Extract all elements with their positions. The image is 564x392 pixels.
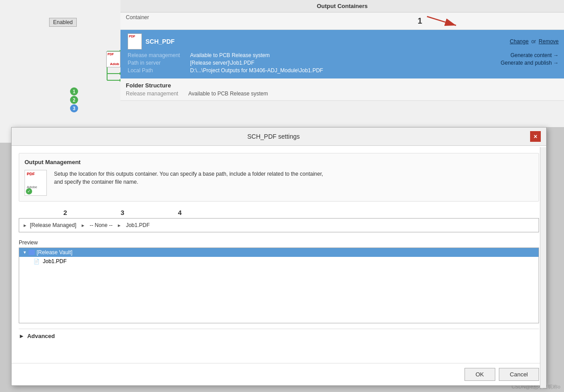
path-arrow-2: ► [81, 223, 85, 228]
path-num-3: 3 [120, 209, 124, 216]
output-containers-header: Output Containers [120, 0, 564, 12]
change-link[interactable]: Change [510, 38, 529, 45]
enabled-button[interactable]: Enabled [49, 18, 77, 27]
or-separator: or [531, 38, 536, 45]
path-segment-2[interactable]: -- None -- [90, 222, 112, 228]
folder-rel-mgmt-value: Available to PCB Release system [188, 91, 268, 97]
local-path-value: D:\...\Project Outputs for M3406-ADJ_Mod… [190, 67, 323, 74]
modal-title: SCH_PDF settings [17, 133, 530, 140]
num-circle-3: 3 [70, 104, 78, 112]
output-management-title: Output Management [25, 159, 533, 165]
preview-label: Preview [19, 239, 539, 246]
preview-section: Preview ▼ [Release Vault] 📄 Job1.PDF [19, 239, 539, 323]
output-mgmt-desc-line1: Setup the location for this outputs cont… [54, 170, 323, 178]
sch-pdf-row: PDF SCH_PDF Change or Remove Release man… [120, 30, 564, 78]
path-in-server-label: Path in server [128, 60, 190, 66]
preview-tree: ▼ [Release Vault] 📄 Job1.PDF [19, 248, 539, 323]
tree-toggle-vault: ▼ [23, 250, 27, 255]
modal-close-button[interactable]: × [530, 131, 541, 142]
modal-titlebar: SCH_PDF settings × [12, 128, 546, 146]
tree-item-vault-label: [Release Vault] [37, 249, 73, 256]
path-num-2: 2 [63, 209, 67, 216]
pdf-icon-large: PDF Adobe ✓ [25, 170, 47, 196]
annotation-arrow [425, 14, 460, 28]
release-management-row: Release management Available to PCB Rele… [128, 52, 559, 58]
path-segment-1[interactable]: [Release Managed] [30, 222, 76, 228]
path-in-server-row: Path in server [Release server]\Job1.PDF… [128, 60, 559, 66]
path-num-4: 4 [178, 209, 182, 216]
path-selector: ► [Release Managed] ► -- None -- ► Job1.… [19, 218, 539, 232]
output-management-section: Output Management PDF Adobe ✓ Setup the … [19, 153, 539, 202]
tree-item-job1-pdf[interactable]: 📄 Job1.PDF [19, 257, 539, 266]
advanced-arrow: ► [19, 333, 25, 339]
generate-content-link[interactable]: Generate content → [510, 52, 559, 58]
left-sidebar: Enabled PDF Adob 1 2 3 [0, 0, 120, 143]
sch-pdf-icon: PDF [128, 33, 142, 50]
sch-pdf-title: SCH_PDF [145, 38, 174, 45]
modal-dialog: SCH_PDF settings × Output Management PDF… [11, 127, 547, 386]
path-in-server-value: [Release server]\Job1.PDF [190, 60, 254, 66]
num-circle-2: 2 [70, 96, 78, 104]
advanced-toggle[interactable]: ► Advanced [19, 333, 539, 339]
cancel-button[interactable]: Cancel [499, 368, 539, 381]
ok-button[interactable]: OK [464, 368, 495, 381]
folder-release-mgmt-row: Release management Available to PCB Rele… [126, 91, 559, 97]
local-path-row: Local Path D:\...\Project Outputs for M3… [128, 67, 559, 74]
advanced-label: Advanced [27, 333, 55, 339]
num-circle-1: 1 [70, 87, 78, 95]
advanced-section: ► Advanced [19, 329, 539, 339]
pdf-file-icon: 📄 [33, 259, 40, 264]
folder-structure-section: Folder Structure Release management Avai… [120, 78, 564, 101]
release-mgmt-label: Release management [128, 52, 190, 58]
modal-body: Output Management PDF Adobe ✓ Setup the … [12, 146, 546, 384]
modal-scrollbar[interactable] [540, 147, 546, 388]
output-containers-title: Output Containers [317, 3, 368, 9]
remove-link[interactable]: Remove [539, 38, 559, 45]
path-arrow-3: ► [117, 223, 121, 228]
generate-publish-link[interactable]: Generate and publish → [501, 60, 559, 66]
path-arrow-1: ► [23, 223, 27, 228]
folder-icon-vault [29, 250, 35, 255]
pdf-check-icon: ✓ [26, 188, 32, 194]
folder-rel-mgmt-label: Release management [126, 91, 188, 97]
release-mgmt-value: Available to PCB Release system [190, 52, 270, 58]
svg-line-10 [427, 17, 456, 25]
output-containers-panel: Output Containers Container 1 PDF SCH_PD… [120, 0, 564, 101]
pdf-icon-sidebar: PDF Adob [106, 51, 120, 67]
container-subheader: Container 1 [120, 12, 564, 30]
modal-footer: OK Cancel [12, 363, 546, 385]
folder-structure-title: Folder Structure [126, 82, 559, 89]
path-segment-3[interactable]: Job1.PDF [126, 222, 149, 228]
container-label: Container [126, 14, 149, 28]
tree-item-release-vault[interactable]: ▼ [Release Vault] [19, 248, 539, 257]
output-mgmt-desc-line2: and specify the container file name. [54, 178, 323, 186]
annotation-1: 1 [418, 17, 422, 26]
local-path-label: Local Path [128, 67, 190, 74]
tree-item-job1-label: Job1.PDF [43, 258, 66, 264]
